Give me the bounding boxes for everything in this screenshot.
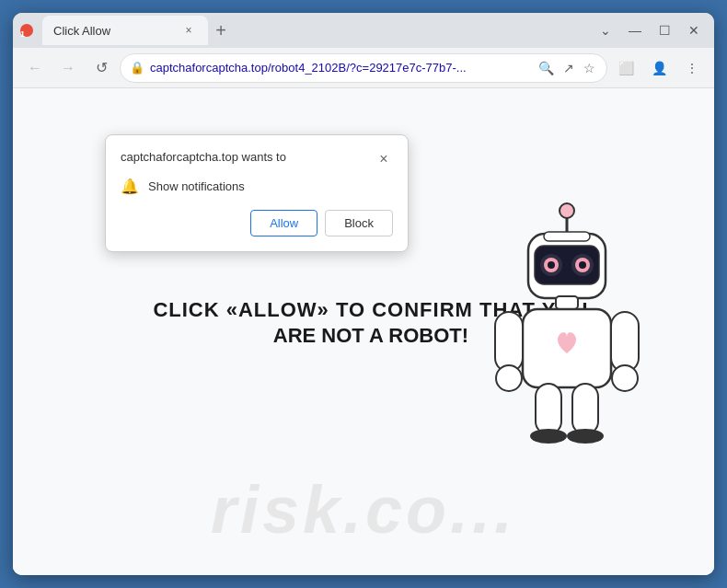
page-background: risk.co... CLICK «ALLOW» TO CONFIRM THAT…: [13, 88, 714, 575]
share-icon[interactable]: ↗: [561, 59, 576, 77]
svg-point-8: [548, 261, 555, 269]
svg-rect-15: [536, 384, 561, 434]
watermark-text: risk.co...: [211, 472, 516, 548]
forward-button[interactable]: →: [53, 53, 83, 83]
address-bar[interactable]: 🔒 captchaforcaptcha.top/robot4_2102B/?c=…: [120, 53, 607, 83]
lock-icon: 🔒: [130, 61, 144, 75]
new-tab-button[interactable]: +: [208, 17, 234, 43]
svg-rect-10: [544, 232, 590, 241]
notification-popup: captchaforcaptcha.top wants to × 🔔 Show …: [105, 134, 409, 252]
svg-rect-14: [611, 312, 639, 372]
svg-point-17: [530, 429, 567, 444]
popup-header: captchaforcaptcha.top wants to ×: [121, 150, 393, 168]
popup-buttons: Allow Block: [121, 210, 393, 236]
refresh-button[interactable]: ↺: [87, 53, 116, 83]
robot-illustration: [475, 202, 659, 463]
close-button[interactable]: ✕: [681, 17, 707, 43]
page-content: risk.co... CLICK «ALLOW» TO CONFIRM THAT…: [13, 88, 714, 575]
address-bar-icons: 🔍 ↗ ☆: [537, 59, 597, 77]
svg-rect-11: [556, 296, 578, 309]
bell-icon: 🔔: [121, 178, 139, 195]
svg-point-9: [579, 261, 586, 269]
popup-close-button[interactable]: ×: [375, 150, 393, 168]
tablet-mode-button[interactable]: ⬜: [611, 53, 640, 83]
svg-rect-16: [572, 384, 598, 434]
title-bar: 1 Click Allow × + ⌄ — ☐ ✕: [13, 13, 714, 48]
tab-close-button[interactable]: ×: [180, 22, 197, 39]
popup-title: captchaforcaptcha.top wants to: [121, 150, 375, 164]
block-button[interactable]: Block: [325, 210, 393, 236]
allow-button[interactable]: Allow: [250, 210, 317, 236]
tab-bar: Click Allow × +: [42, 16, 587, 45]
tab-favicon: 1: [20, 24, 33, 37]
svg-point-20: [612, 365, 638, 391]
svg-point-18: [567, 429, 604, 444]
chevron-up-button[interactable]: ⌄: [593, 17, 618, 43]
back-button[interactable]: ←: [20, 53, 50, 83]
notification-label: Show notifications: [148, 179, 245, 193]
minimize-button[interactable]: —: [622, 17, 648, 43]
svg-point-1: [560, 203, 574, 218]
svg-point-19: [496, 365, 522, 391]
window-controls: ⌄ — ☐ ✕: [593, 17, 707, 43]
active-tab[interactable]: Click Allow ×: [42, 16, 208, 45]
account-button[interactable]: 👤: [644, 53, 674, 83]
url-text: captchaforcaptcha.top/robot4_2102B/?c=29…: [150, 61, 531, 75]
tab-label: Click Allow: [53, 24, 110, 38]
maximize-button[interactable]: ☐: [652, 17, 677, 43]
search-icon[interactable]: 🔍: [537, 59, 556, 77]
traffic-lights: 1: [20, 24, 33, 37]
popup-notification-row: 🔔 Show notifications: [121, 178, 393, 195]
menu-button[interactable]: ⋮: [677, 53, 707, 83]
nav-bar: ← → ↺ 🔒 captchaforcaptcha.top/robot4_210…: [13, 48, 714, 88]
svg-rect-13: [495, 312, 523, 372]
browser-window: 1 Click Allow × + ⌄ — ☐ ✕ ← → ↺ 🔒 captch…: [13, 13, 714, 575]
bookmark-icon[interactable]: ☆: [582, 59, 597, 77]
robot-svg: [475, 202, 659, 459]
